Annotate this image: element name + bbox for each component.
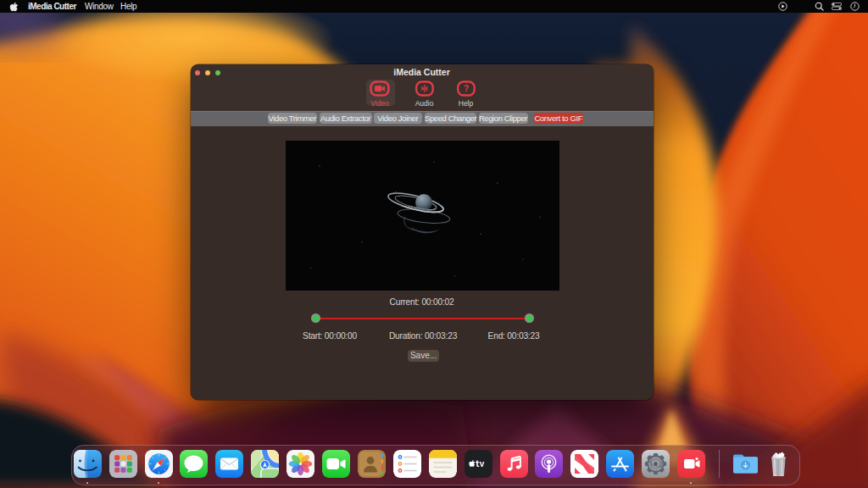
svg-text:?: ? — [463, 84, 468, 93]
